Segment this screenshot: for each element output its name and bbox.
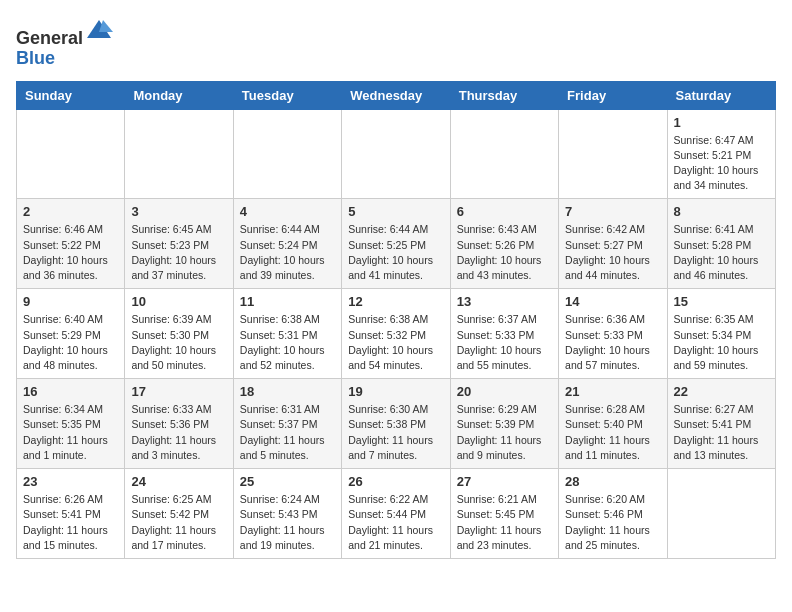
- day-number: 27: [457, 474, 552, 489]
- day-number: 12: [348, 294, 443, 309]
- day-cell: 18Sunrise: 6:31 AM Sunset: 5:37 PM Dayli…: [233, 379, 341, 469]
- day-cell: 13Sunrise: 6:37 AM Sunset: 5:33 PM Dayli…: [450, 289, 558, 379]
- day-number: 21: [565, 384, 660, 399]
- day-info: Sunrise: 6:27 AM Sunset: 5:41 PM Dayligh…: [674, 402, 769, 463]
- day-cell: 3Sunrise: 6:45 AM Sunset: 5:23 PM Daylig…: [125, 199, 233, 289]
- day-number: 3: [131, 204, 226, 219]
- day-number: 7: [565, 204, 660, 219]
- day-number: 6: [457, 204, 552, 219]
- day-number: 9: [23, 294, 118, 309]
- day-info: Sunrise: 6:38 AM Sunset: 5:31 PM Dayligh…: [240, 312, 335, 373]
- day-cell: 21Sunrise: 6:28 AM Sunset: 5:40 PM Dayli…: [559, 379, 667, 469]
- day-cell: 4Sunrise: 6:44 AM Sunset: 5:24 PM Daylig…: [233, 199, 341, 289]
- day-number: 17: [131, 384, 226, 399]
- day-info: Sunrise: 6:29 AM Sunset: 5:39 PM Dayligh…: [457, 402, 552, 463]
- week-row-3: 9Sunrise: 6:40 AM Sunset: 5:29 PM Daylig…: [17, 289, 776, 379]
- day-info: Sunrise: 6:47 AM Sunset: 5:21 PM Dayligh…: [674, 133, 769, 194]
- day-info: Sunrise: 6:46 AM Sunset: 5:22 PM Dayligh…: [23, 222, 118, 283]
- page-header: General Blue: [16, 16, 776, 69]
- day-number: 10: [131, 294, 226, 309]
- day-info: Sunrise: 6:37 AM Sunset: 5:33 PM Dayligh…: [457, 312, 552, 373]
- week-row-1: 1Sunrise: 6:47 AM Sunset: 5:21 PM Daylig…: [17, 109, 776, 199]
- day-info: Sunrise: 6:43 AM Sunset: 5:26 PM Dayligh…: [457, 222, 552, 283]
- weekday-header-sunday: Sunday: [17, 81, 125, 109]
- day-cell: 11Sunrise: 6:38 AM Sunset: 5:31 PM Dayli…: [233, 289, 341, 379]
- week-row-4: 16Sunrise: 6:34 AM Sunset: 5:35 PM Dayli…: [17, 379, 776, 469]
- day-info: Sunrise: 6:42 AM Sunset: 5:27 PM Dayligh…: [565, 222, 660, 283]
- day-cell: 5Sunrise: 6:44 AM Sunset: 5:25 PM Daylig…: [342, 199, 450, 289]
- day-cell: 10Sunrise: 6:39 AM Sunset: 5:30 PM Dayli…: [125, 289, 233, 379]
- weekday-header-thursday: Thursday: [450, 81, 558, 109]
- day-cell: 16Sunrise: 6:34 AM Sunset: 5:35 PM Dayli…: [17, 379, 125, 469]
- day-number: 1: [674, 115, 769, 130]
- day-cell: 20Sunrise: 6:29 AM Sunset: 5:39 PM Dayli…: [450, 379, 558, 469]
- calendar-table: SundayMondayTuesdayWednesdayThursdayFrid…: [16, 81, 776, 559]
- day-info: Sunrise: 6:39 AM Sunset: 5:30 PM Dayligh…: [131, 312, 226, 373]
- day-cell: 28Sunrise: 6:20 AM Sunset: 5:46 PM Dayli…: [559, 469, 667, 559]
- day-number: 20: [457, 384, 552, 399]
- day-cell: 7Sunrise: 6:42 AM Sunset: 5:27 PM Daylig…: [559, 199, 667, 289]
- day-info: Sunrise: 6:24 AM Sunset: 5:43 PM Dayligh…: [240, 492, 335, 553]
- day-info: Sunrise: 6:45 AM Sunset: 5:23 PM Dayligh…: [131, 222, 226, 283]
- day-cell: [342, 109, 450, 199]
- day-info: Sunrise: 6:44 AM Sunset: 5:25 PM Dayligh…: [348, 222, 443, 283]
- day-number: 15: [674, 294, 769, 309]
- day-info: Sunrise: 6:20 AM Sunset: 5:46 PM Dayligh…: [565, 492, 660, 553]
- day-number: 14: [565, 294, 660, 309]
- day-cell: [233, 109, 341, 199]
- svg-marker-1: [99, 20, 113, 32]
- day-cell: 14Sunrise: 6:36 AM Sunset: 5:33 PM Dayli…: [559, 289, 667, 379]
- week-row-5: 23Sunrise: 6:26 AM Sunset: 5:41 PM Dayli…: [17, 469, 776, 559]
- day-info: Sunrise: 6:35 AM Sunset: 5:34 PM Dayligh…: [674, 312, 769, 373]
- day-info: Sunrise: 6:26 AM Sunset: 5:41 PM Dayligh…: [23, 492, 118, 553]
- day-cell: 2Sunrise: 6:46 AM Sunset: 5:22 PM Daylig…: [17, 199, 125, 289]
- day-info: Sunrise: 6:33 AM Sunset: 5:36 PM Dayligh…: [131, 402, 226, 463]
- day-cell: 17Sunrise: 6:33 AM Sunset: 5:36 PM Dayli…: [125, 379, 233, 469]
- day-number: 13: [457, 294, 552, 309]
- day-number: 8: [674, 204, 769, 219]
- day-info: Sunrise: 6:28 AM Sunset: 5:40 PM Dayligh…: [565, 402, 660, 463]
- day-info: Sunrise: 6:41 AM Sunset: 5:28 PM Dayligh…: [674, 222, 769, 283]
- day-info: Sunrise: 6:30 AM Sunset: 5:38 PM Dayligh…: [348, 402, 443, 463]
- logo: General Blue: [16, 16, 113, 69]
- day-number: 26: [348, 474, 443, 489]
- day-info: Sunrise: 6:36 AM Sunset: 5:33 PM Dayligh…: [565, 312, 660, 373]
- day-number: 19: [348, 384, 443, 399]
- day-cell: [125, 109, 233, 199]
- day-info: Sunrise: 6:34 AM Sunset: 5:35 PM Dayligh…: [23, 402, 118, 463]
- day-cell: 8Sunrise: 6:41 AM Sunset: 5:28 PM Daylig…: [667, 199, 775, 289]
- day-cell: 26Sunrise: 6:22 AM Sunset: 5:44 PM Dayli…: [342, 469, 450, 559]
- week-row-2: 2Sunrise: 6:46 AM Sunset: 5:22 PM Daylig…: [17, 199, 776, 289]
- day-cell: 15Sunrise: 6:35 AM Sunset: 5:34 PM Dayli…: [667, 289, 775, 379]
- day-number: 2: [23, 204, 118, 219]
- day-info: Sunrise: 6:31 AM Sunset: 5:37 PM Dayligh…: [240, 402, 335, 463]
- weekday-header-wednesday: Wednesday: [342, 81, 450, 109]
- day-info: Sunrise: 6:38 AM Sunset: 5:32 PM Dayligh…: [348, 312, 443, 373]
- day-cell: 27Sunrise: 6:21 AM Sunset: 5:45 PM Dayli…: [450, 469, 558, 559]
- day-cell: [17, 109, 125, 199]
- day-cell: 19Sunrise: 6:30 AM Sunset: 5:38 PM Dayli…: [342, 379, 450, 469]
- day-cell: [667, 469, 775, 559]
- day-info: Sunrise: 6:22 AM Sunset: 5:44 PM Dayligh…: [348, 492, 443, 553]
- day-cell: 24Sunrise: 6:25 AM Sunset: 5:42 PM Dayli…: [125, 469, 233, 559]
- weekday-header-saturday: Saturday: [667, 81, 775, 109]
- day-cell: 22Sunrise: 6:27 AM Sunset: 5:41 PM Dayli…: [667, 379, 775, 469]
- day-number: 4: [240, 204, 335, 219]
- day-cell: 23Sunrise: 6:26 AM Sunset: 5:41 PM Dayli…: [17, 469, 125, 559]
- day-cell: 9Sunrise: 6:40 AM Sunset: 5:29 PM Daylig…: [17, 289, 125, 379]
- day-info: Sunrise: 6:40 AM Sunset: 5:29 PM Dayligh…: [23, 312, 118, 373]
- weekday-header-friday: Friday: [559, 81, 667, 109]
- day-info: Sunrise: 6:21 AM Sunset: 5:45 PM Dayligh…: [457, 492, 552, 553]
- day-cell: [559, 109, 667, 199]
- day-number: 28: [565, 474, 660, 489]
- day-number: 18: [240, 384, 335, 399]
- day-cell: 12Sunrise: 6:38 AM Sunset: 5:32 PM Dayli…: [342, 289, 450, 379]
- day-cell: [450, 109, 558, 199]
- day-number: 11: [240, 294, 335, 309]
- day-cell: 25Sunrise: 6:24 AM Sunset: 5:43 PM Dayli…: [233, 469, 341, 559]
- weekday-header-tuesday: Tuesday: [233, 81, 341, 109]
- weekday-header-row: SundayMondayTuesdayWednesdayThursdayFrid…: [17, 81, 776, 109]
- weekday-header-monday: Monday: [125, 81, 233, 109]
- day-number: 24: [131, 474, 226, 489]
- day-number: 25: [240, 474, 335, 489]
